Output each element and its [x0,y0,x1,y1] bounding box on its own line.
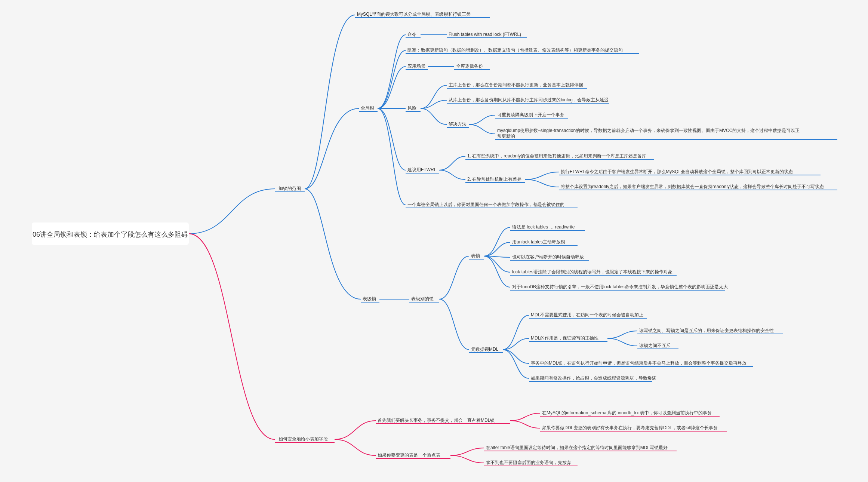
m2b: 读锁之间不互斥 [639,343,671,348]
ftwrl-r2t: 2. 在异常处理机制上有差异 [467,176,521,182]
m2a: 读写锁之间、写锁之间是互斥的，用来保证变更表结构操作的安全性 [639,328,774,333]
b2r2: 如果你要变更的表是一个热点表 [378,452,440,458]
b2r2a: 在alter table语句里面设定等待时间，如果在这个指定的等待时间里面能够拿… [486,445,668,450]
b2r1b: 如果你要做DDL变更的表刚好有长事务在执行，要考虑先暂停DDL，或者kill掉这… [542,425,718,430]
solve-s2b: 常更新的 [497,133,515,139]
ftwrl-r2a: 执行FTWRL命令之后由于客户端发生异常断开，那么MySQL会自动释放这个全局锁… [561,169,793,174]
l4: lock tables语法除了会限制别的线程的读写外，也限定了本线程接下来的操作… [512,269,672,274]
l1: 语法是 lock tables … read/write [512,224,575,230]
m2t: MDL的作用是，保证读写的正确性 [531,335,598,341]
ftwrl-r1: 1. 在有些系统中，readonly的值会被用来做其他逻辑，比如用来判断一个库是… [467,153,646,159]
risk-r2: 从库上备份，那么备份期间从库不能执行主库同步过来的binlog，会导致主从延迟 [449,97,609,102]
mdl-title: 元数据锁MDL [471,347,499,352]
block: 阻塞：数据更新语句（数据的增删改）、数据定义语句（包括建表、修改表结构等）和更新… [407,47,623,53]
solve-s1: 可重复读隔离级别下开启一个事务 [497,112,564,117]
locks-title: 表锁 [471,253,480,258]
usage-v: 全库逻辑备份 [456,64,483,69]
b2r1a: 在MySQL的information_schema 库的 innodb_trx … [542,410,712,415]
global-title: 全局锁 [361,105,374,111]
root-label: 06讲全局锁和表锁：给表加个字段怎么有这么多阻碍 [33,231,188,238]
l5: 对于InnoDB这种支持行锁的引擎，一般不使用lock tables命令来控制并… [512,284,728,289]
risk-title: 风险 [407,105,416,111]
solve-title: 解决方法 [449,122,467,127]
cmd-k: 命令 [407,32,416,37]
ftwrl-title: 建议用FTWRL [407,167,437,172]
l2: 用unlock tables主动释放锁 [512,239,565,245]
intro: MySQL里面的锁大致可以分成全局锁、表级锁和行锁三类 [357,12,471,17]
solve-s2a: mysqldump使用参数–single-transaction的时候，导数据之… [497,128,800,133]
l3: 也可以在客户端断开的时候自动释放 [512,254,584,260]
b2-title: 如何安全地给小表加字段 [278,436,328,442]
b2r1: 首先我们要解决长事务，事务不提交，就会一直占着MDL锁 [378,418,495,423]
usage-k: 应用场景 [407,64,425,69]
cmd-v: Flush tables with read lock (FTWRL) [449,32,521,37]
ftwrl-r2b: 将整个库设置为readonly之后，如果客户端发生异常，则数据库就会一直保持re… [560,184,824,189]
m1: MDL不需要显式使用，在访问一个表的时候会被自动加上 [531,312,643,317]
m3: 事务中的MDL锁，在语句执行开始时申请，但是语句结束后并不会马上释放，而会等到整… [531,360,747,366]
b2r2b: 拿不到也不要阻塞后面的业务语句，先放弃 [486,460,571,465]
table-title: 表级锁 [363,296,376,301]
table-nest: 表级别的锁 [411,296,434,301]
b1-title: 加锁的范围 [278,186,301,191]
m4: 如果期间有修改操作，抢占锁，会造成线程资源耗尽，导致爆满 [531,375,656,381]
global-note: 一个库被全局锁上以后，你要对里面任何一个表做加字段操作，都是会被锁住的 [407,202,564,207]
risk-r1: 主库上备份，那么在备份期间都不能执行更新，业务基本上就得停摆 [449,82,583,88]
